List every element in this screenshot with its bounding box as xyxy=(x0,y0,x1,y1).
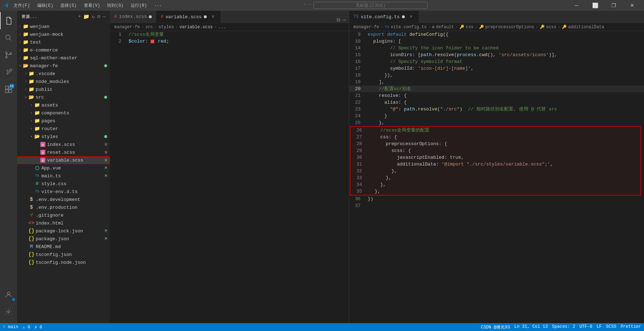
close-button[interactable]: ✕ xyxy=(624,0,640,11)
tree-item-env-prod[interactable]: $.env.production xyxy=(17,203,110,211)
menu-view[interactable]: 查看(V) xyxy=(82,2,102,9)
tree-item-node_modules[interactable]: ›📁node_modules xyxy=(17,78,110,85)
breadcrumb-styles[interactable]: styles xyxy=(159,25,174,30)
tree-label: vite-env.d.ts xyxy=(41,189,110,194)
activity-extensions[interactable]: 16 xyxy=(0,81,17,98)
menu-more[interactable]: ... xyxy=(153,2,163,9)
tree-item-reset-scss[interactable]: #reset.scssU xyxy=(17,148,110,156)
status-encoding[interactable]: UTF-8 xyxy=(579,324,592,330)
tree-item-style-css[interactable]: #style.css xyxy=(17,180,110,188)
activity-search[interactable] xyxy=(0,29,17,46)
maximize-button[interactable]: ⬜ xyxy=(587,0,603,11)
tab-close-vite[interactable]: × xyxy=(408,14,414,20)
new-file-icon[interactable]: + xyxy=(78,14,81,20)
tree-item-app-vue[interactable]: ⬡App.vueM xyxy=(17,164,110,172)
activity-git[interactable] xyxy=(0,46,17,64)
tree-item-src[interactable]: ▾📂src xyxy=(17,93,110,101)
tree-item-public[interactable]: ›📁public xyxy=(17,85,110,93)
nav-forward[interactable]: → xyxy=(308,2,311,9)
tab-index-scss[interactable]: # index.scss xyxy=(110,11,156,23)
status-language[interactable]: SCSS xyxy=(606,324,617,330)
activity-account[interactable] xyxy=(0,286,17,303)
tree-item-components[interactable]: ›📁components xyxy=(17,109,110,117)
status-branch[interactable]: ⑂ main xyxy=(3,325,18,330)
tab-close-button[interactable]: × xyxy=(210,14,216,20)
breadcrumb-manager-fe[interactable]: manager-fe xyxy=(114,25,140,30)
collapse-icon[interactable]: ⊟ xyxy=(97,14,100,20)
tree-badge: U xyxy=(105,158,107,162)
tree-item-test[interactable]: ›📁test xyxy=(17,38,110,46)
menu-run[interactable]: 运行(R) xyxy=(129,2,149,9)
activity-settings[interactable] xyxy=(0,303,17,320)
tree-item-wenjuan-mock[interactable]: ›📁wenjuan-mock xyxy=(17,30,110,38)
tree-item-manager-fe[interactable]: ▾📂manager-fe xyxy=(17,62,110,70)
tree-item-index-html[interactable]: <>index.html xyxy=(17,219,110,227)
tab-variable-scss[interactable]: # variable.scss × xyxy=(156,11,221,23)
status-errors[interactable]: ✗ 0 xyxy=(35,325,42,330)
tree-item-sql-mother-master[interactable]: ›📁sql-mother-master xyxy=(17,54,110,62)
title-search-input[interactable] xyxy=(313,2,428,9)
breadcrumb-css[interactable]: css xyxy=(466,25,474,30)
breadcrumb-vite-config[interactable]: vite.config.ts xyxy=(391,25,427,30)
status-spaces[interactable]: Spaces: 2 xyxy=(552,324,575,330)
menu-file[interactable]: 文件(F) xyxy=(12,2,31,9)
tree-item-vscode[interactable]: ›📁.vscode xyxy=(17,70,110,78)
line-number-23: 23 xyxy=(349,106,366,113)
menu-goto[interactable]: 转到(G) xyxy=(106,2,125,9)
tree-item-tsconfig-node[interactable]: {}tsconfig.node.json xyxy=(17,258,110,266)
status-formatter[interactable]: Prettier xyxy=(620,324,641,330)
status-eol[interactable]: LF xyxy=(597,324,602,330)
tab-vite-config[interactable]: TS vite.config.ts × xyxy=(349,11,419,23)
tree-item-wenjuan[interactable]: ›📁wenjuan xyxy=(17,23,110,30)
breadcrumb-src[interactable]: src xyxy=(145,25,153,30)
minimize-button[interactable]: ─ xyxy=(568,0,585,11)
tree-item-e-commerce[interactable]: ›📁e-commerce xyxy=(17,46,110,54)
breadcrumb-default[interactable]: ⊞ xyxy=(432,25,434,29)
tree-item-index-scss[interactable]: #index.scssU xyxy=(17,140,110,148)
tree-item-styles[interactable]: ▾📂styles xyxy=(17,133,110,140)
restore-button[interactable]: ❐ xyxy=(605,0,622,11)
svg-text:#: # xyxy=(42,151,44,155)
tree-item-gitignore[interactable]: ⑂.gitignore xyxy=(17,211,110,219)
tree-file-icon: {} xyxy=(29,252,34,257)
tree-item-assets[interactable]: ›📁assets xyxy=(17,101,110,109)
tree-arrow: › xyxy=(17,25,23,29)
tree-item-router[interactable]: ›📁router xyxy=(17,125,110,133)
activity-debug[interactable] xyxy=(0,64,17,81)
more-tabs-icon[interactable]: ⋯ xyxy=(343,17,346,23)
tree-item-main-ts[interactable]: TSmain.tsM xyxy=(17,172,110,180)
more-actions-icon[interactable]: ⋯ xyxy=(102,14,106,20)
breadcrumb-ellipsis[interactable]: ... xyxy=(218,25,226,30)
tree-item-pages[interactable]: ›📁pages xyxy=(17,117,110,125)
tree-item-package-lock[interactable]: {}package-lock.jsonM xyxy=(17,227,110,235)
tree-item-vite-env[interactable]: TSvite-env.d.ts xyxy=(17,188,110,196)
tree-item-package-json[interactable]: {}package.jsonM xyxy=(17,235,110,243)
tree-item-variable-scss[interactable]: #variable.scssU xyxy=(17,156,110,164)
breadcrumb-additional[interactable]: additionalData xyxy=(568,25,604,30)
breadcrumb-additional-icon: 🔑 xyxy=(562,25,567,29)
breadcrumb-manager-fe-r[interactable]: manager-fe xyxy=(353,25,379,30)
activity-files[interactable] xyxy=(0,12,17,29)
status-csdn[interactable]: CSDN @播光93 xyxy=(481,324,510,330)
left-code-editor[interactable]: 1 //scss全局变量 2 $color: red; xyxy=(110,31,349,323)
menu-select[interactable]: 选择(S) xyxy=(59,2,78,9)
tree-label: tsconfig.node.json xyxy=(36,260,110,265)
breadcrumb-scss[interactable]: scss xyxy=(546,25,557,30)
tree-item-env-dev[interactable]: $.env.development xyxy=(17,196,110,203)
menu-edit[interactable]: 编辑(E) xyxy=(36,2,55,9)
code-line-16: 16 // Specify symbolId format xyxy=(349,58,644,65)
code-line-2: 2 $color: red; xyxy=(110,38,349,45)
breadcrumb-variable-scss[interactable]: variable.scss xyxy=(179,25,213,30)
status-warnings[interactable]: ⚠ 0 xyxy=(22,325,30,330)
right-code-editor[interactable]: 9export default defineConfig({10 plugins… xyxy=(349,31,644,323)
token-comment: // Specify symbolId format xyxy=(368,59,462,64)
breadcrumb-preprocessor[interactable]: preprocessorOptions xyxy=(485,25,534,30)
tree-item-tsconfig-json[interactable]: {}tsconfig.json xyxy=(17,251,110,258)
split-editor-icon[interactable]: ⧉ xyxy=(337,17,340,23)
status-cursor[interactable]: Ln 31, Col 13 xyxy=(514,324,548,330)
nav-back[interactable]: ← xyxy=(304,2,306,9)
tree-item-readme[interactable]: MREADME.md xyxy=(17,243,110,251)
new-folder-icon[interactable]: 📁 xyxy=(83,14,90,20)
breadcrumb-default-label[interactable]: default xyxy=(436,25,454,30)
refresh-icon[interactable]: ↻ xyxy=(92,14,95,20)
